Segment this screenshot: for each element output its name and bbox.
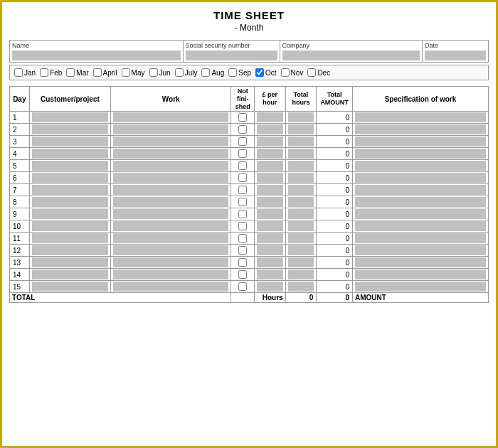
customer-input-6[interactable] (32, 173, 109, 183)
perhour-input-5[interactable] (257, 161, 283, 171)
totalhours-input-10[interactable] (288, 221, 314, 231)
work-input-3[interactable] (113, 137, 228, 146)
totalhours-input-15[interactable] (288, 282, 314, 292)
perhour-input-12[interactable] (257, 245, 283, 255)
work-input-1[interactable] (113, 112, 228, 122)
perhour-input-4[interactable] (257, 149, 283, 159)
perhour-input-9[interactable] (257, 209, 283, 219)
totalhours-input-12[interactable] (288, 245, 314, 255)
notfinished-checkbox-14[interactable] (238, 270, 247, 279)
perhour-input-7[interactable] (257, 185, 283, 195)
totalhours-input-1[interactable] (288, 112, 314, 122)
work-input-2[interactable] (113, 124, 228, 134)
customer-input-4[interactable] (32, 149, 109, 159)
work-input-8[interactable] (113, 197, 228, 207)
perhour-input-15[interactable] (257, 282, 283, 292)
perhour-input-13[interactable] (257, 257, 283, 267)
totalhours-input-8[interactable] (288, 197, 314, 207)
customer-input-2[interactable] (32, 124, 109, 134)
notfinished-checkbox-1[interactable] (238, 113, 247, 122)
month-checkbox-july[interactable] (175, 68, 184, 77)
customer-input-8[interactable] (32, 197, 109, 207)
notfinished-checkbox-13[interactable] (238, 258, 247, 267)
month-checkbox-sep[interactable] (228, 68, 237, 77)
perhour-input-8[interactable] (257, 197, 283, 207)
totalhours-input-3[interactable] (288, 137, 314, 146)
totalhours-input-7[interactable] (288, 185, 314, 195)
spec-input-4[interactable] (355, 149, 486, 159)
totalhours-input-6[interactable] (288, 173, 314, 183)
spec-input-9[interactable] (355, 209, 486, 219)
notfinished-checkbox-15[interactable] (238, 282, 247, 291)
month-checkbox-april[interactable] (93, 68, 102, 77)
totalhours-input-5[interactable] (288, 161, 314, 171)
name-input[interactable] (12, 50, 181, 60)
perhour-input-3[interactable] (257, 137, 283, 146)
totalhours-input-2[interactable] (288, 124, 314, 134)
work-input-13[interactable] (113, 257, 228, 267)
month-checkbox-oct[interactable] (255, 68, 264, 77)
work-input-7[interactable] (113, 185, 228, 195)
month-checkbox-jun[interactable] (149, 68, 158, 77)
month-checkbox-aug[interactable] (201, 68, 210, 77)
spec-input-7[interactable] (355, 185, 486, 195)
customer-input-1[interactable] (32, 112, 109, 122)
spec-input-2[interactable] (355, 124, 486, 134)
totalhours-input-4[interactable] (288, 149, 314, 159)
notfinished-checkbox-7[interactable] (238, 186, 247, 194)
month-checkbox-feb[interactable] (40, 68, 48, 77)
notfinished-checkbox-10[interactable] (238, 222, 247, 230)
totalhours-input-14[interactable] (288, 270, 314, 279)
spec-input-6[interactable] (355, 173, 486, 183)
date-input[interactable] (425, 50, 486, 60)
notfinished-checkbox-3[interactable] (238, 137, 247, 146)
ssn-input[interactable] (186, 50, 277, 60)
notfinished-checkbox-9[interactable] (238, 210, 247, 218)
customer-input-12[interactable] (32, 245, 109, 255)
notfinished-checkbox-8[interactable] (238, 198, 247, 206)
customer-input-9[interactable] (32, 209, 109, 219)
customer-input-10[interactable] (32, 221, 109, 231)
work-input-15[interactable] (113, 282, 228, 292)
customer-input-13[interactable] (32, 257, 109, 267)
customer-input-15[interactable] (32, 282, 109, 292)
work-input-14[interactable] (113, 270, 228, 279)
notfinished-checkbox-12[interactable] (238, 246, 247, 255)
notfinished-checkbox-2[interactable] (238, 125, 247, 134)
notfinished-checkbox-5[interactable] (238, 161, 247, 170)
spec-input-1[interactable] (355, 112, 486, 122)
work-input-5[interactable] (113, 161, 228, 171)
perhour-input-10[interactable] (257, 221, 283, 231)
work-input-4[interactable] (113, 149, 228, 159)
customer-input-11[interactable] (32, 233, 109, 243)
month-checkbox-dec[interactable] (307, 68, 316, 77)
perhour-input-1[interactable] (257, 112, 283, 122)
work-input-12[interactable] (113, 245, 228, 255)
work-input-6[interactable] (113, 173, 228, 183)
month-checkbox-mar[interactable] (66, 68, 75, 77)
company-input[interactable] (282, 50, 420, 60)
totalhours-input-9[interactable] (288, 209, 314, 219)
customer-input-5[interactable] (32, 161, 109, 171)
work-input-11[interactable] (113, 233, 228, 243)
totalhours-input-13[interactable] (288, 257, 314, 267)
totalhours-input-11[interactable] (288, 233, 314, 243)
spec-input-5[interactable] (355, 161, 486, 171)
notfinished-checkbox-11[interactable] (238, 234, 247, 242)
perhour-input-2[interactable] (257, 124, 283, 134)
spec-input-11[interactable] (355, 233, 486, 243)
month-checkbox-may[interactable] (122, 68, 130, 77)
work-input-9[interactable] (113, 209, 228, 219)
notfinished-checkbox-4[interactable] (238, 149, 247, 158)
customer-input-3[interactable] (32, 137, 109, 146)
perhour-input-6[interactable] (257, 173, 283, 183)
spec-input-15[interactable] (355, 282, 486, 292)
spec-input-12[interactable] (355, 245, 486, 255)
month-checkbox-nov[interactable] (281, 68, 290, 77)
spec-input-8[interactable] (355, 197, 486, 207)
spec-input-14[interactable] (355, 270, 486, 279)
notfinished-checkbox-6[interactable] (238, 174, 247, 182)
month-checkbox-jan[interactable] (14, 68, 23, 77)
customer-input-14[interactable] (32, 270, 109, 279)
spec-input-13[interactable] (355, 257, 486, 267)
